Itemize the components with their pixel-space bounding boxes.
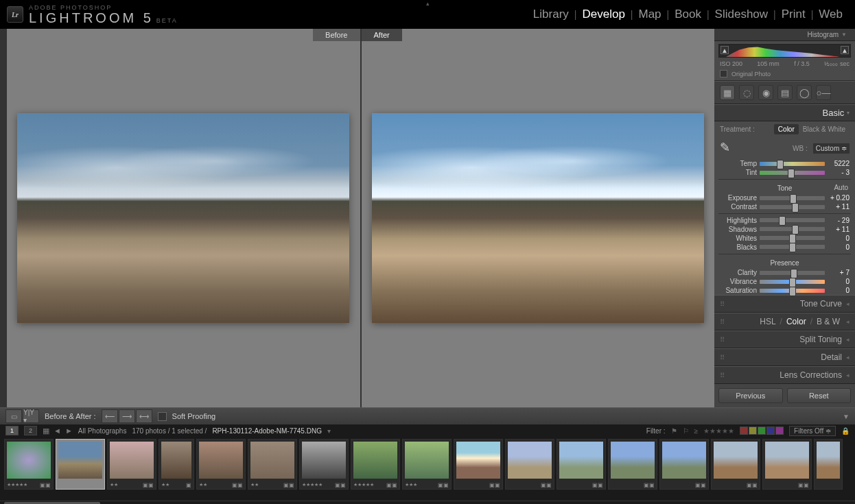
adjustment-brush-tool[interactable]: ○― xyxy=(816,85,831,100)
module-web[interactable]: Web xyxy=(813,5,848,24)
spot-removal-tool[interactable]: ◌ xyxy=(739,85,754,100)
rating-filter[interactable]: ★★★★★ xyxy=(703,427,734,435)
color-label-filter[interactable] xyxy=(740,427,784,435)
module-map[interactable]: Map xyxy=(633,5,666,24)
nav-back-icon[interactable]: ◄ xyxy=(54,427,61,435)
auto-tone-button[interactable]: Auto xyxy=(834,184,848,191)
thumb-16[interactable]: ▣▣ xyxy=(762,439,812,490)
saturation-value: 0 xyxy=(828,287,850,294)
flag-rejected-icon[interactable]: ⚐ xyxy=(683,427,689,435)
main-window-tab[interactable]: 1 xyxy=(5,426,19,435)
basic-header[interactable]: Basic ▾ xyxy=(714,104,855,121)
thumb-4[interactable]: ★★▣ xyxy=(159,439,194,490)
copy-settings-button[interactable]: ⟷ xyxy=(136,409,152,423)
crop-tool[interactable]: ▦ xyxy=(720,85,735,100)
thumb-6[interactable]: ★★▣▣ xyxy=(248,439,297,490)
slider-temp[interactable]: Temp5222 xyxy=(714,159,855,168)
soft-proofing-checkbox[interactable] xyxy=(158,412,167,421)
histogram-header[interactable]: Histogram▼ xyxy=(714,29,855,41)
previous-button[interactable]: Previous xyxy=(718,388,783,403)
exif-shutter: ¹⁄₁₀₀₀ sec xyxy=(824,60,850,67)
view-mode-group: ▭ Y|Y ▾ xyxy=(5,409,39,423)
wb-eyedropper-icon[interactable]: ✎ xyxy=(720,140,736,156)
thumb-15[interactable]: ▣▣ xyxy=(711,439,760,490)
slider-saturation[interactable]: Saturation0 xyxy=(714,286,855,295)
preview-after-pane[interactable]: After xyxy=(362,29,715,407)
filmstrip-scrollbar[interactable] xyxy=(0,501,855,504)
loupe-view-button[interactable]: ▭ xyxy=(5,409,22,423)
shadow-clip-indicator[interactable]: ▲ xyxy=(721,46,729,54)
highlights-label: Highlights xyxy=(720,217,757,224)
filters-dropdown[interactable]: Filters Off ≑ xyxy=(789,426,836,436)
graduated-filter-tool[interactable]: ▤ xyxy=(777,85,793,100)
thumb-9[interactable]: ★★★▣▣ xyxy=(402,439,452,490)
thumb-10[interactable]: ▣▣ xyxy=(454,439,503,490)
thumb-3[interactable]: ★★▣▣ xyxy=(107,439,156,490)
thumb-2[interactable]: ★★★★★▣▣ xyxy=(56,439,105,490)
tone-curve-panel[interactable]: ⠿Tone Curve◂ xyxy=(714,295,855,313)
brand-block: ADOBE PHOTOSHOP LIGHTROOM 5BETA xyxy=(29,5,178,25)
histogram-fill xyxy=(726,47,840,57)
slider-highlights[interactable]: Highlights- 29 xyxy=(714,216,855,225)
highlight-clip-indicator[interactable]: ▲ xyxy=(841,46,849,54)
reset-button[interactable]: Reset xyxy=(787,388,852,403)
module-library[interactable]: Library xyxy=(528,5,574,24)
histogram-title: Histogram xyxy=(808,31,839,38)
swap-before-after-button[interactable]: ⟵ xyxy=(102,409,118,423)
original-photo-row[interactable]: Original Photo xyxy=(714,69,855,81)
thumb-1[interactable]: ★★★★★▣▣ xyxy=(4,439,54,490)
thumb-5[interactable]: ★★▣▣ xyxy=(196,439,246,490)
slider-shadows[interactable]: Shadows+ 11 xyxy=(714,225,855,234)
flag-picked-icon[interactable]: ⚑ xyxy=(671,427,677,435)
wb-dropdown[interactable]: Custom ≑ xyxy=(813,143,850,154)
grid-view-icon[interactable]: ▦ xyxy=(43,427,49,435)
hsl-panel[interactable]: ⠿HSL/Color/B & W◂ xyxy=(714,313,855,331)
toolbar-menu-button[interactable]: ▼ xyxy=(843,413,850,420)
module-book[interactable]: Book xyxy=(669,5,707,24)
thumb-17[interactable] xyxy=(814,439,843,490)
radial-filter-tool[interactable]: ◯ xyxy=(797,85,812,100)
second-window-tab[interactable]: 2 xyxy=(24,426,37,435)
slider-exposure[interactable]: Exposure+ 0.20 xyxy=(714,193,855,202)
filmstrip[interactable]: ★★★★★▣▣ ★★★★★▣▣ ★★▣▣ ★★▣ ★★▣▣ ★★▣▣ ★★★★★… xyxy=(0,437,855,501)
treatment-color[interactable]: Color xyxy=(774,124,799,134)
red-eye-tool[interactable]: ◉ xyxy=(758,85,773,100)
highlights-value: - 29 xyxy=(828,217,850,224)
treatment-bw[interactable]: Black & White xyxy=(799,124,850,134)
copy-after-to-before-button[interactable]: ⟶ xyxy=(119,409,135,423)
left-panel-collapsed[interactable] xyxy=(0,29,7,407)
thumb-11[interactable]: ▣▣ xyxy=(505,439,554,490)
preview-before-pane[interactable]: Before xyxy=(7,29,362,407)
slider-tint[interactable]: Tint- 3 xyxy=(714,168,855,177)
slider-whites[interactable]: Whites0 xyxy=(714,234,855,243)
detail-panel[interactable]: ⠿Detail◂ xyxy=(714,348,855,366)
lens-corrections-panel[interactable]: ⠿Lens Corrections◂ xyxy=(714,366,855,384)
thumb-12[interactable]: ▣▣ xyxy=(557,439,606,490)
treatment-label: Treatment : xyxy=(720,125,755,133)
panel-handle-icon[interactable]: ▴ xyxy=(426,0,430,7)
slider-contrast[interactable]: Contrast+ 11 xyxy=(714,202,855,211)
filmstrip-info-bar: 1 2 ▦ ◄ ► All Photographs 170 photos / 1… xyxy=(0,424,855,437)
histogram-chart[interactable]: ▲ ▲ xyxy=(718,44,851,58)
clarity-label: Clarity xyxy=(720,269,757,276)
module-print[interactable]: Print xyxy=(776,5,811,24)
nav-forward-icon[interactable]: ► xyxy=(65,427,73,435)
slider-clarity[interactable]: Clarity+ 7 xyxy=(714,268,855,277)
split-toning-panel[interactable]: ⠿Split Toning◂ xyxy=(714,331,855,348)
white-balance-row: ✎ WB : Custom ≑ xyxy=(714,137,855,159)
before-after-views-button[interactable]: Y|Y ▾ xyxy=(23,409,39,423)
path-dropdown-icon[interactable]: ▾ xyxy=(327,427,331,435)
module-develop[interactable]: Develop xyxy=(576,5,630,24)
collection-path[interactable]: All Photographs xyxy=(78,427,127,435)
filter-lock-icon[interactable]: 🔒 xyxy=(841,427,850,435)
original-checkbox[interactable] xyxy=(720,70,727,77)
slider-vibrance[interactable]: Vibrance0 xyxy=(714,277,855,286)
thumb-13[interactable]: ▣▣ xyxy=(608,439,657,490)
rating-comparator-icon[interactable]: ≥ xyxy=(694,427,699,435)
thumb-8[interactable]: ★★★★★▣▣ xyxy=(351,439,400,490)
thumb-7[interactable]: ★★★★★▣▣ xyxy=(299,439,349,490)
shadows-label: Shadows xyxy=(720,226,757,233)
slider-blacks[interactable]: Blacks0 xyxy=(714,243,855,252)
thumb-14[interactable]: ▣▣ xyxy=(659,439,709,490)
module-slideshow[interactable]: Slideshow xyxy=(710,5,774,24)
